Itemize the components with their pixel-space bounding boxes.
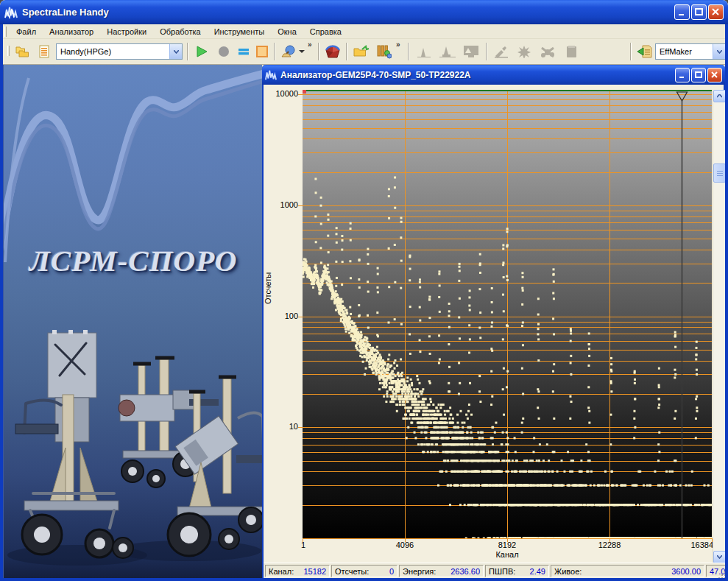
menu-item-2[interactable]: Настройки: [100, 26, 153, 38]
vertical-scrollbar[interactable]: [713, 90, 725, 563]
x-tick-16384: 16384: [669, 540, 713, 549]
small-peak-icon: [416, 45, 432, 58]
main-titlebar[interactable]: SpectraLine Handy: [0, 0, 728, 24]
y-tick-1000: 1000: [264, 200, 298, 209]
stop-acquisition-button[interactable]: [213, 41, 234, 62]
monitor-peak-icon: [462, 44, 480, 59]
analyzer-maximize-button[interactable]: [691, 68, 706, 82]
status-label-0: Канал:: [269, 567, 294, 576]
toolbar-overflow-chevron[interactable]: »: [308, 41, 311, 49]
combo-dropdown-button[interactable]: [169, 44, 182, 59]
menu-item-6[interactable]: Справка: [303, 26, 348, 38]
status-value-0: 15182: [294, 567, 326, 576]
document-list-icon: [38, 45, 50, 58]
crossed-peak-icon: [540, 45, 556, 58]
scroll-down-button[interactable]: [713, 551, 726, 563]
orange-square-icon: [255, 45, 269, 58]
split-peak-button[interactable]: [515, 41, 535, 62]
x-tick-1: 1: [301, 540, 345, 549]
efficiency-combobox-value: EffMaker: [656, 47, 713, 56]
x-axis-line: [303, 538, 712, 539]
report-button[interactable]: [562, 41, 582, 62]
3d-view-button[interactable]: [322, 41, 343, 62]
analyzer-close-button[interactable]: [707, 68, 722, 82]
folders-icon: [15, 45, 29, 58]
delete-peak-button[interactable]: [538, 41, 559, 62]
effmaker-launch-button[interactable]: [635, 41, 655, 62]
menu-item-5[interactable]: Окна: [271, 26, 303, 38]
y-tick-10: 10: [264, 422, 298, 431]
asterisk-peak-icon: [517, 45, 533, 58]
menu-item-3[interactable]: Обработка: [153, 26, 207, 38]
notepad-icon: [565, 45, 579, 58]
status-value-1: 0: [369, 567, 394, 576]
brand-title: ЛСРМ-СПОРО: [4, 243, 262, 278]
peak-search-button[interactable]: [414, 41, 434, 62]
analyzer-icon: [265, 69, 277, 81]
y-tickmark-100: [298, 317, 303, 317]
play-icon: [195, 45, 208, 58]
detector-combobox[interactable]: Handy(HPGe): [56, 43, 183, 60]
menu-item-4[interactable]: Инструменты: [208, 26, 272, 38]
detector-dewar-icon: [280, 44, 297, 59]
efficiency-curve-decoration: [4, 65, 262, 264]
large-peak-icon: [439, 45, 456, 58]
efficiency-combobox[interactable]: EffMaker: [655, 43, 726, 60]
statusbar: Канал:15182Отсчеты:0Энергия:2636.60ПШПВ:…: [264, 563, 727, 578]
status-label-1: Отсчеты:: [335, 567, 369, 576]
instruments-photo: [4, 330, 262, 573]
status-field-2: Энергия:2636.60: [399, 565, 484, 577]
preset-button[interactable]: [252, 41, 272, 62]
detector-setup-caret-icon: [299, 50, 305, 53]
toolbar-grip[interactable]: [7, 46, 10, 56]
analyzer-minimize-button[interactable]: [675, 68, 690, 82]
start-acquisition-button[interactable]: [191, 41, 212, 62]
analyzer-titlebar[interactable]: Анализатор-GEM25P4-70-SMP_50-TP22922A: [262, 65, 725, 85]
blue-bars-icon: [237, 45, 250, 58]
status-value-2: 2636.60: [436, 567, 480, 576]
status-field-0: Канал:15182: [265, 565, 330, 577]
spectrum-list-button[interactable]: [34, 41, 54, 62]
open-spectrum-button[interactable]: [351, 41, 372, 62]
peak-fit-button[interactable]: [437, 41, 458, 62]
y-tick-100: 100: [264, 311, 298, 320]
pen-peak-icon: [493, 45, 509, 58]
analyze-button[interactable]: [461, 41, 481, 62]
minimize-button[interactable]: [674, 4, 690, 20]
detector-setup-button[interactable]: [278, 41, 306, 62]
menubar-grip[interactable]: [4, 27, 7, 37]
clear-spectrum-button[interactable]: [233, 41, 254, 62]
slats-export-icon: [375, 44, 392, 59]
y-tick-10000: 10000: [264, 89, 298, 98]
export-spectrum-button[interactable]: [373, 41, 394, 62]
app-logo-icon: [4, 6, 18, 19]
red-polyhedron-icon: [325, 44, 341, 59]
chevron-down-icon: [717, 555, 722, 559]
menu-item-1[interactable]: Анализатор: [43, 26, 100, 38]
combo-dropdown-button-2[interactable]: [713, 44, 725, 59]
detector-combobox-value: Handy(HPGe): [57, 47, 169, 56]
record-circle-icon: [217, 45, 230, 58]
brand-panel: ЛСРМ-СПОРО: [3, 65, 262, 578]
x-axis-label: Канал: [303, 550, 712, 559]
toolbar-overflow-chevron-2[interactable]: »: [396, 41, 400, 49]
y-tickmark-10: [298, 427, 303, 428]
edit-peak-button[interactable]: [491, 41, 512, 62]
status-field-3: ПШПВ:2.49: [485, 565, 549, 577]
spectrum-plot[interactable]: [303, 90, 712, 538]
menu-item-0[interactable]: Файл: [10, 26, 43, 38]
toolbar: Handy(HPGe) »: [3, 39, 725, 65]
chevron-down-icon: [717, 50, 722, 54]
scrollbar-thumb[interactable]: [713, 163, 726, 183]
maximize-button[interactable]: [691, 4, 707, 20]
window-border-left: [0, 24, 3, 581]
chevron-down-icon: [174, 50, 179, 54]
status-label-2: Энергия:: [403, 567, 436, 576]
scroll-up-button[interactable]: [713, 90, 726, 102]
application-window: SpectraLine Handy ФайлАнализаторНастройк…: [0, 0, 728, 581]
chevron-up-icon: [717, 94, 722, 98]
status-label-4: Живое:: [554, 567, 582, 576]
close-button[interactable]: [708, 4, 724, 20]
y-tickmark-10000: [298, 94, 303, 95]
new-spectrum-button[interactable]: [12, 41, 32, 62]
